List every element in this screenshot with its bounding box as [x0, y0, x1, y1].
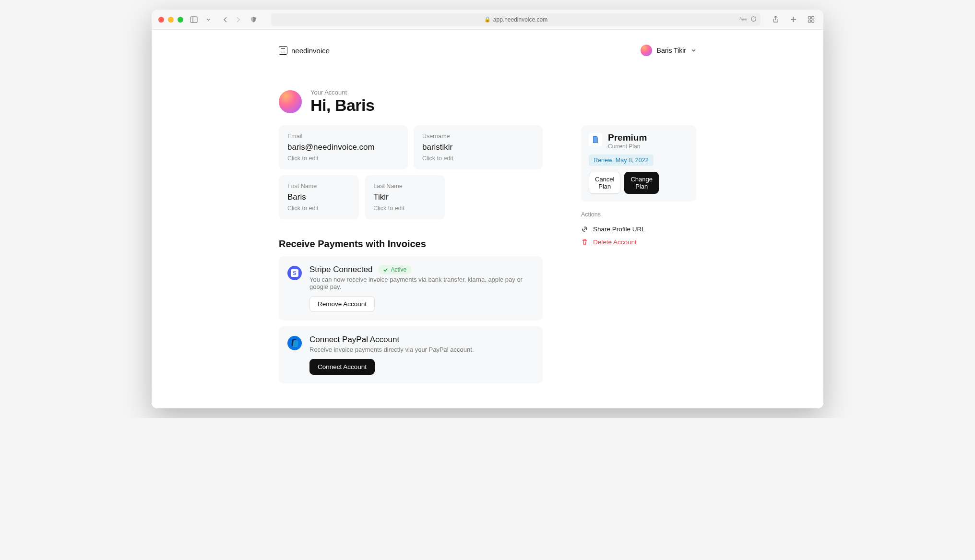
payments-section-title: Receive Payments with Invoices [279, 238, 543, 250]
user-menu[interactable]: Baris Tikir [641, 45, 696, 56]
maximize-window-button[interactable] [178, 17, 183, 23]
link-icon [581, 226, 588, 233]
stripe-card: S Stripe Connected Active You can now re… [279, 256, 543, 321]
chevron-down-icon [691, 47, 696, 54]
url-bar[interactable]: 🔒 app.needinvoice.com ᴬ⩸ [271, 13, 761, 26]
svg-rect-0 [190, 17, 197, 23]
lock-icon: 🔒 [484, 16, 491, 23]
traffic-lights [158, 17, 183, 23]
svg-rect-2 [809, 17, 811, 19]
field-value: Tikir [373, 192, 436, 202]
trash-icon [581, 238, 588, 246]
back-button[interactable] [220, 16, 231, 23]
main-column: Email baris@needinvoice.com Click to edi… [279, 125, 543, 389]
email-field-card[interactable]: Email baris@needinvoice.com Click to edi… [279, 125, 408, 169]
action-label: Share Profile URL [593, 226, 645, 233]
share-icon[interactable] [770, 16, 781, 23]
badge-text: Active [391, 266, 406, 273]
browser-window: 🔒 app.needinvoice.com ᴬ⩸ [152, 10, 823, 408]
url-text: app.needinvoice.com [493, 16, 547, 23]
svg-rect-4 [809, 20, 811, 23]
svg-rect-3 [812, 17, 814, 19]
field-label: Last Name [373, 183, 436, 190]
avatar [279, 90, 302, 113]
field-label: Email [287, 133, 399, 140]
app-topbar: needinvoice Baris Tikir [279, 38, 696, 62]
stripe-icon: S [287, 266, 302, 280]
cancel-plan-button[interactable]: Cancel Plan [589, 172, 620, 194]
field-hint: Click to edit [373, 205, 436, 212]
username-field-card[interactable]: Username baristikir Click to edit [414, 125, 543, 169]
paypal-title: Connect PayPal Account [309, 335, 399, 345]
share-profile-action[interactable]: Share Profile URL [581, 223, 696, 236]
account-label: Your Account [310, 89, 374, 96]
field-hint: Click to edit [422, 155, 534, 162]
paypal-desc: Receive invoice payments directly via yo… [309, 346, 534, 353]
action-label: Delete Account [593, 238, 637, 246]
user-name: Baris Tikir [657, 47, 686, 54]
field-label: First Name [287, 183, 350, 190]
field-hint: Click to edit [287, 155, 399, 162]
brand[interactable]: needinvoice [279, 46, 330, 55]
stripe-title: Stripe Connected [309, 265, 372, 274]
paypal-card: Connect PayPal Account Receive invoice p… [279, 326, 543, 383]
chevron-down-icon[interactable] [204, 17, 213, 22]
field-value: Baris [287, 192, 350, 202]
app-content: needinvoice Baris Tikir Your Account Hi,… [152, 30, 823, 408]
change-plan-button[interactable]: Change Plan [624, 172, 659, 194]
shield-icon[interactable] [248, 16, 259, 23]
page-title: Hi, Baris [310, 96, 374, 115]
first-name-field-card[interactable]: First Name Baris Click to edit [279, 175, 359, 219]
sidebar-toggle-icon[interactable] [188, 16, 200, 23]
browser-chrome: 🔒 app.needinvoice.com ᴬ⩸ [152, 10, 823, 30]
field-value: baris@needinvoice.com [287, 143, 399, 152]
field-label: Username [422, 133, 534, 140]
last-name-field-card[interactable]: Last Name Tikir Click to edit [365, 175, 445, 219]
translate-icon[interactable]: ᴬ⩸ [739, 16, 748, 23]
svg-rect-5 [812, 20, 814, 23]
actions-label: Actions [581, 211, 696, 218]
minimize-window-button[interactable] [168, 17, 174, 23]
account-header: Your Account Hi, Baris [279, 89, 696, 115]
delete-account-action[interactable]: Delete Account [581, 236, 696, 249]
stripe-desc: You can now receive invoice payments via… [309, 276, 534, 290]
plan-subtitle: Current Plan [608, 143, 647, 150]
new-tab-icon[interactable] [788, 16, 799, 23]
tabs-overview-icon[interactable] [806, 16, 817, 23]
brand-name: needinvoice [291, 47, 330, 55]
plan-title: Premium [608, 133, 647, 143]
renew-chip: Renew: May 8, 2022 [589, 155, 654, 166]
forward-button[interactable] [233, 16, 243, 23]
side-column: Premium Current Plan Renew: May 8, 2022 … [581, 125, 696, 249]
avatar [641, 45, 652, 56]
field-value: baristikir [422, 143, 534, 152]
connect-paypal-button[interactable]: Connect Account [309, 359, 375, 375]
status-badge: Active [378, 265, 411, 274]
remove-stripe-button[interactable]: Remove Account [309, 296, 375, 312]
plan-icon [589, 133, 602, 146]
reload-icon[interactable] [750, 16, 757, 24]
brand-icon [279, 46, 287, 55]
plan-card: Premium Current Plan Renew: May 8, 2022 … [581, 125, 696, 202]
field-hint: Click to edit [287, 205, 350, 212]
close-window-button[interactable] [158, 17, 164, 23]
paypal-icon [287, 336, 302, 350]
